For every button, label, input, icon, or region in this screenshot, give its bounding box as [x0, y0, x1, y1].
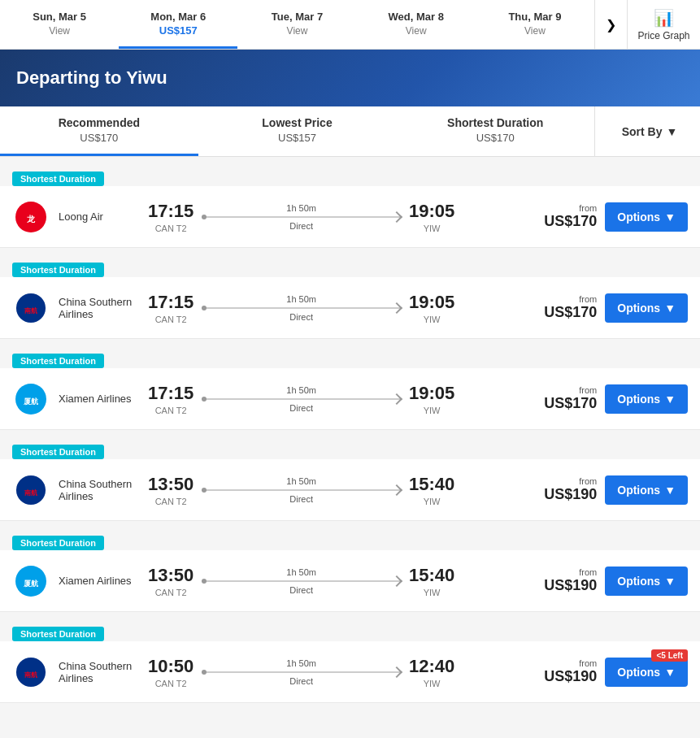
- flight-bar-4: [202, 580, 401, 582]
- price-graph-tab[interactable]: 📊 Price Graph: [627, 0, 700, 49]
- svg-text:南航: 南航: [24, 306, 38, 314]
- price-from-label-1: from: [579, 294, 597, 304]
- arrive-airport-1: YIW: [424, 315, 441, 324]
- arrive-time-1: 19:05: [409, 292, 454, 313]
- price-from-label-3: from: [579, 476, 597, 486]
- price-section-0: fromUS$170: [467, 203, 597, 230]
- arrive-block-0: 19:05YIW: [409, 201, 454, 233]
- airline-name-2: Xiamen Airlines: [59, 393, 148, 405]
- options-btn-wrap-2: Options▼: [605, 384, 688, 414]
- date-tabs-bar: Sun, Mar 5 View Mon, Mar 6 US$157 Tue, M…: [0, 0, 700, 50]
- flight-bar-5: [202, 671, 401, 673]
- flight-bar-0: [202, 216, 401, 218]
- price-section-5: fromUS$190: [467, 658, 597, 685]
- options-btn-wrap-1: Options▼: [605, 293, 688, 323]
- flight-direct-2: Direct: [289, 403, 313, 413]
- airline-logo-4: 厦航: [12, 562, 49, 599]
- price-amount-2: US$170: [544, 395, 597, 412]
- filter-tab-price-recommended: US$170: [80, 132, 118, 144]
- flight-direct-1: Direct: [289, 312, 313, 322]
- filter-tab-shortest-duration[interactable]: Shortest Duration US$170: [396, 106, 594, 156]
- depart-block-5: 10:50CAN T2: [148, 656, 193, 688]
- flight-duration-3: 1h 50m: [286, 476, 316, 486]
- arrive-airport-3: YIW: [424, 497, 441, 506]
- badge-2: Shortest Duration: [12, 354, 104, 368]
- svg-text:南航: 南航: [24, 670, 38, 678]
- depart-time-4: 13:50: [148, 565, 193, 586]
- flight-bar-2: [202, 398, 401, 400]
- arrive-time-4: 15:40: [409, 565, 454, 586]
- badge-4: Shortest Duration: [12, 536, 104, 550]
- badge-3: Shortest Duration: [12, 445, 104, 459]
- date-tab-day-4: Thu, Mar 9: [508, 11, 561, 23]
- price-amount-5: US$190: [544, 668, 597, 685]
- options-btn-wrap-0: Options▼: [605, 202, 688, 232]
- price-from-label-5: from: [579, 658, 597, 668]
- arrive-block-1: 19:05YIW: [409, 292, 454, 324]
- price-from-label-2: from: [579, 385, 597, 395]
- date-tab-sun-mar5[interactable]: Sun, Mar 5 View: [0, 0, 119, 49]
- chevron-down-icon-5: ▼: [664, 666, 676, 679]
- depart-airport-1: CAN T2: [155, 315, 187, 324]
- flight-line-0: 1h 50mDirect: [202, 203, 401, 231]
- flight-line-1: 1h 50mDirect: [202, 294, 401, 322]
- options-button-5[interactable]: Options▼: [605, 658, 688, 687]
- flight-direct-3: Direct: [289, 494, 313, 504]
- airline-logo-2: 厦航: [12, 380, 49, 417]
- options-button-1[interactable]: Options▼: [605, 293, 688, 323]
- depart-block-4: 13:50CAN T2: [148, 565, 193, 597]
- options-button-2[interactable]: Options▼: [605, 384, 688, 414]
- svg-text:厦航: 厦航: [23, 397, 39, 406]
- depart-time-1: 17:15: [148, 292, 193, 313]
- flight-times-3: 13:50CAN T21h 50mDirect15:40YIW: [148, 474, 454, 506]
- depart-block-3: 13:50CAN T2: [148, 474, 193, 506]
- airline-name-0: Loong Air: [59, 211, 148, 223]
- date-tab-label-2: View: [287, 25, 308, 37]
- airline-logo-5: 南航: [12, 653, 49, 690]
- flight-duration-2: 1h 50m: [286, 385, 316, 395]
- date-tab-day-1: Mon, Mar 6: [150, 11, 206, 23]
- chevron-right-icon: ❯: [606, 17, 616, 33]
- date-tab-thu-mar9[interactable]: Thu, Mar 9 View: [476, 0, 594, 49]
- airline-logo-1: 南航: [12, 289, 49, 326]
- depart-airport-0: CAN T2: [155, 224, 187, 233]
- arrive-time-3: 15:40: [409, 474, 454, 495]
- filter-tab-lowest-price[interactable]: Lowest Price US$157: [198, 106, 397, 156]
- options-label-0: Options: [617, 211, 660, 224]
- date-tab-day-2: Tue, Mar 7: [272, 11, 323, 23]
- arrive-time-2: 19:05: [409, 383, 454, 404]
- date-tab-tue-mar7[interactable]: Tue, Mar 7 View: [237, 0, 356, 49]
- options-button-0[interactable]: Options▼: [605, 202, 688, 232]
- flight-line-2: 1h 50mDirect: [202, 385, 401, 413]
- options-button-4[interactable]: Options▼: [605, 567, 688, 596]
- flight-card-4: 厦航 Xiamen Airlines13:50CAN T21h 50mDirec…: [0, 550, 700, 612]
- date-tab-wed-mar8[interactable]: Wed, Mar 8 View: [357, 0, 476, 49]
- flight-duration-0: 1h 50m: [286, 203, 316, 213]
- flight-card-2: 厦航 Xiamen Airlines17:15CAN T21h 50mDirec…: [0, 368, 700, 430]
- date-tab-mon-mar6[interactable]: Mon, Mar 6 US$157: [119, 0, 237, 49]
- price-section-4: fromUS$190: [467, 567, 597, 594]
- arrive-time-0: 19:05: [409, 201, 454, 222]
- flight-bar-3: [202, 489, 401, 491]
- filter-tab-recommended[interactable]: Recommended US$170: [0, 106, 198, 156]
- next-dates-arrow[interactable]: ❯: [594, 0, 627, 49]
- flight-card-3: 南航 China Southern Airlines13:50CAN T21h …: [0, 459, 700, 521]
- svg-text:龙: 龙: [26, 215, 36, 224]
- depart-block-2: 17:15CAN T2: [148, 383, 193, 415]
- chevron-down-icon-1: ▼: [664, 302, 676, 315]
- options-label-1: Options: [617, 302, 660, 315]
- svg-text:南航: 南航: [24, 488, 38, 496]
- date-tab-label-0: View: [49, 25, 70, 37]
- chevron-down-icon-3: ▼: [664, 484, 676, 497]
- chevron-down-icon-2: ▼: [664, 393, 676, 406]
- depart-time-3: 13:50: [148, 474, 193, 495]
- flight-duration-5: 1h 50m: [286, 658, 316, 668]
- flight-duration-4: 1h 50m: [286, 567, 316, 577]
- options-button-3[interactable]: Options▼: [605, 475, 688, 505]
- depart-airport-3: CAN T2: [155, 497, 187, 506]
- price-section-1: fromUS$170: [467, 294, 597, 321]
- sort-by-button[interactable]: Sort By ▼: [594, 106, 700, 156]
- badge-5: Shortest Duration: [12, 627, 104, 641]
- arrive-block-3: 15:40YIW: [409, 474, 454, 506]
- depart-time-5: 10:50: [148, 656, 193, 677]
